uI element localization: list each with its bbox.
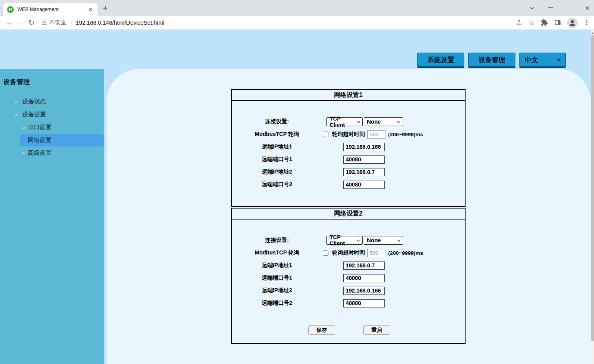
device-management-button[interactable]: 设备管理 [468, 53, 515, 68]
panel-title: 网络设置1 [232, 90, 465, 101]
browser-window: R WEB Management ✕ + ✕ ← → ↻ ⚠ 不安全 | 192… [0, 0, 594, 364]
restart-button[interactable]: 重启 [363, 326, 390, 335]
device-management-page: 系统设置 设备管理 中文 设备管理 » 设备状态 » 设备设置 » 串口设置 [0, 30, 594, 364]
extensions-puzzle-icon[interactable] [541, 19, 548, 26]
remote-port2-input[interactable] [343, 299, 385, 307]
forward-icon: → [15, 17, 26, 28]
window-controls: ✕ [529, 0, 590, 16]
remote-port1-input[interactable] [343, 155, 385, 164]
sidebar-title: 设备管理 [0, 69, 104, 86]
minimize-icon[interactable] [548, 5, 553, 11]
connection-extra-select[interactable]: None [364, 117, 403, 126]
arrow-bullet-icon: » [22, 124, 25, 130]
sidebar-item-device-status[interactable]: » 设备状态 [0, 95, 104, 108]
poll-timeout-label: 轮询超时时间 [332, 131, 365, 138]
not-secure-warning-icon[interactable]: ⚠ [42, 19, 47, 26]
remote-port1-label: 远端端口号1 [232, 274, 322, 282]
remote-port1-input[interactable] [343, 274, 385, 282]
connection-settings-label: 连接设置: [232, 118, 322, 125]
scrollbar-up-arrow-icon[interactable]: ▲ [591, 31, 594, 35]
sidebar-item-device-settings[interactable]: » 设备设置 [0, 108, 104, 121]
sidebar-item-network-settings[interactable]: » 网络设置 [20, 134, 104, 146]
remote-ip2-input[interactable] [343, 287, 385, 295]
modbus-poll-label: ModbusTCP 轮询 [232, 131, 322, 138]
site-favicon-icon: R [7, 6, 14, 13]
arrow-bullet-icon: » [15, 112, 18, 117]
poll-timeout-label: 轮询超时时间 [332, 249, 365, 256]
reload-icon[interactable]: ↻ [26, 17, 37, 28]
remote-port2-label: 远端端口号2 [232, 181, 322, 188]
connection-extra-value: None [367, 119, 381, 125]
remote-ip1-label: 远端IP地址1 [232, 143, 322, 150]
poll-timeout-hint: (200~9999)ms [388, 250, 423, 256]
sidebar-item-label: 高级设置 [28, 149, 51, 157]
sidebar-item-label: 串口设置 [28, 124, 51, 131]
arrow-bullet-icon: » [15, 99, 18, 104]
connection-mode-select[interactable]: TCP Client [326, 117, 363, 126]
sidebar-item-advanced-settings[interactable]: » 高级设置 [0, 146, 104, 159]
back-icon[interactable]: ← [4, 17, 15, 28]
connection-extra-select[interactable]: None [364, 236, 403, 245]
network-settings-2-panel: 网络设置2 连接设置: TCP Client None [231, 208, 466, 344]
remote-ip2-label: 远端IP地址2 [232, 168, 322, 176]
chevron-down-icon [557, 57, 561, 61]
sidebar-item-serial-settings[interactable]: » 串口设置 [0, 121, 104, 134]
url-input[interactable]: ⚠ 不安全 | 192.168.0.148/html/DeviceSet.htm… [42, 19, 516, 26]
maximize-icon[interactable] [566, 5, 572, 11]
close-icon[interactable]: ✕ [585, 5, 590, 11]
side-panel-icon[interactable] [554, 19, 561, 26]
url-text[interactable]: 192.168.0.148/html/DeviceSet.html [76, 20, 165, 26]
chevron-down-icon [357, 238, 360, 241]
chevron-down-icon [397, 238, 400, 241]
modbus-poll-label: ModbusTCP 轮询 [232, 249, 322, 256]
connection-mode-value: TCP Client [330, 234, 357, 247]
address-bar-actions: ☆ ⋮ [516, 18, 590, 28]
arrow-bullet-icon: » [22, 150, 25, 156]
panel-body: 连接设置: TCP Client None [232, 219, 465, 335]
not-secure-label[interactable]: 不安全 [49, 19, 66, 26]
chevron-down-icon [357, 119, 360, 123]
page-scrollbar[interactable]: ▲ [591, 30, 594, 364]
browser-tab-bar: R WEB Management ✕ + ✕ [0, 0, 594, 16]
save-button[interactable]: 保存 [308, 326, 335, 335]
language-select[interactable]: 中文 [519, 53, 566, 68]
scrollbar-thumb[interactable] [591, 35, 594, 341]
connection-settings-label: 连接设置: [232, 237, 322, 244]
connection-mode-select[interactable]: TCP Client [326, 236, 363, 245]
modbus-poll-checkbox[interactable] [323, 132, 328, 137]
poll-timeout-input [367, 249, 385, 257]
sidebar-menu: » 设备状态 » 设备设置 » 串口设置 » 网络设置 » 高级设置 [0, 95, 104, 159]
url-divider: | [70, 19, 72, 26]
browser-tab[interactable]: R WEB Management ✕ [3, 3, 97, 16]
bookmark-star-icon[interactable]: ☆ [528, 18, 535, 27]
tab-search-chevron-icon[interactable] [529, 5, 535, 11]
remote-port2-input[interactable] [343, 181, 385, 189]
remote-ip1-input[interactable] [343, 262, 385, 270]
sidebar-item-label: 设备状态 [22, 98, 46, 105]
remote-ip1-label: 远端IP地址1 [232, 262, 322, 269]
remote-ip2-input[interactable] [343, 168, 385, 176]
remote-ip1-input[interactable] [343, 143, 385, 151]
connection-extra-value: None [367, 237, 381, 243]
poll-timeout-hint: (200~9999)ms [388, 132, 423, 137]
language-select-value: 中文 [525, 55, 538, 64]
panel-title: 网络设置2 [232, 209, 465, 219]
tab-close-icon[interactable]: ✕ [88, 6, 94, 13]
address-bar: ← → ↻ ⚠ 不安全 | 192.168.0.148/html/DeviceS… [0, 16, 594, 30]
share-icon[interactable] [516, 19, 522, 26]
remote-ip2-label: 远端IP地址2 [232, 287, 322, 294]
remote-port2-label: 远端端口号2 [232, 300, 322, 307]
browser-menu-icon[interactable]: ⋮ [583, 18, 590, 27]
new-tab-button[interactable]: + [100, 3, 111, 14]
panel-body: 连接设置: TCP Client None [232, 101, 465, 189]
modbus-poll-checkbox[interactable] [323, 250, 328, 256]
main-content: 网络设置1 连接设置: TCP Client None [106, 69, 591, 364]
tab-title: WEB Management [17, 7, 88, 12]
chevron-down-icon [397, 119, 400, 123]
system-settings-button[interactable]: 系统设置 [417, 53, 464, 68]
profile-avatar[interactable] [567, 18, 578, 28]
remote-port1-label: 远端端口号1 [232, 156, 322, 163]
sidebar: 设备管理 » 设备状态 » 设备设置 » 串口设置 » 网络设置 [0, 69, 104, 364]
sidebar-item-label: 设备设置 [22, 111, 46, 118]
network-settings-1-panel: 网络设置1 连接设置: TCP Client None [231, 89, 466, 207]
